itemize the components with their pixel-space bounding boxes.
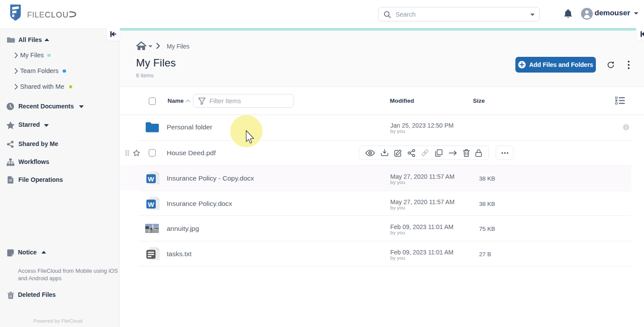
svg-text:CLOU: CLOU	[45, 10, 69, 19]
svg-text:W: W	[148, 175, 154, 183]
svg-text:W: W	[148, 201, 154, 208]
svg-text:FILE: FILE	[27, 10, 45, 19]
